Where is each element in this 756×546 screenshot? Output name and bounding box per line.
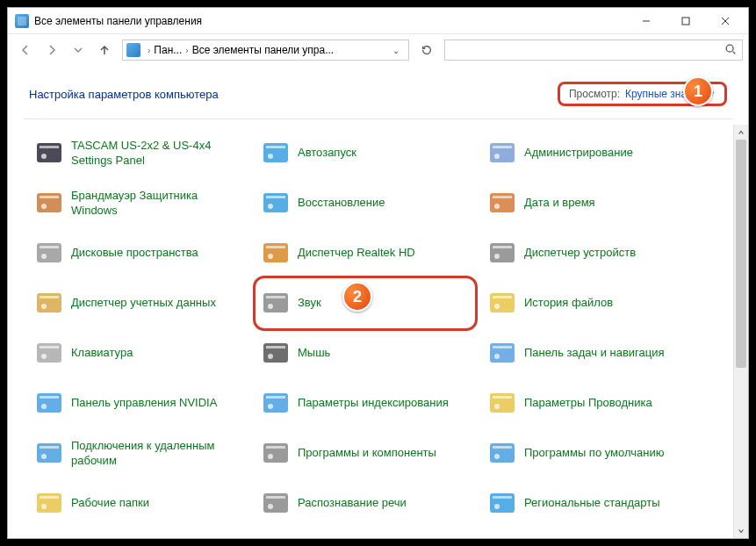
control-panel-item[interactable]: Резервное копирование и (29, 528, 248, 538)
minimize-button[interactable] (626, 9, 666, 33)
control-panel-item[interactable]: Брандмауэр Защитника Windows (29, 178, 248, 228)
control-panel-item[interactable]: Рабочие папки (29, 478, 248, 528)
item-icon (487, 289, 517, 319)
control-panel-item[interactable]: Дата и время (482, 178, 702, 228)
control-panel-window: Все элементы панели управления › Пан... … (7, 7, 749, 539)
svg-point-10 (494, 154, 500, 159)
svg-rect-48 (40, 396, 59, 399)
control-panel-item[interactable]: Восстановление (256, 178, 475, 228)
control-panel-item[interactable]: Свойства браузера (256, 528, 475, 538)
item-label: Панель задач и навигация (524, 346, 665, 360)
control-panel-item[interactable]: Региональные стандарты (482, 478, 702, 528)
control-panel-item[interactable]: Программы и компоненты (256, 428, 475, 478)
forward-button[interactable] (40, 38, 64, 62)
scroll-down-button[interactable] (734, 523, 748, 538)
svg-rect-42 (266, 346, 285, 348)
svg-point-25 (268, 254, 273, 259)
item-label: Дисковые пространства (71, 246, 198, 260)
item-icon (487, 439, 517, 469)
control-panel-item[interactable]: Распознавание речи (256, 478, 475, 528)
svg-rect-3 (40, 146, 59, 148)
callout-badge-1: 1 (683, 76, 713, 106)
item-icon (261, 189, 291, 219)
control-panel-item[interactable]: Параметры Проводника (482, 378, 702, 428)
control-panel-item[interactable]: Администрирование (482, 128, 702, 178)
control-panel-item[interactable]: История файлов (482, 278, 702, 328)
item-icon (487, 489, 517, 519)
item-label: Диспетчер Realtek HD (298, 246, 415, 260)
svg-point-31 (41, 304, 47, 309)
item-label: Рабочие папки (71, 496, 149, 510)
control-panel-item[interactable]: Подключения к удаленным рабочим (29, 428, 248, 478)
item-icon (487, 239, 517, 269)
item-label: Мышь (298, 346, 330, 360)
item-label: Клавиатура (71, 346, 133, 360)
refresh-button[interactable] (414, 40, 439, 61)
separator (24, 119, 732, 119)
item-label: Дата и время (524, 196, 595, 210)
svg-point-49 (41, 404, 47, 409)
item-icon (487, 389, 517, 419)
chevron-down-icon[interactable]: ⌄ (387, 46, 405, 55)
svg-point-52 (268, 404, 273, 409)
svg-rect-24 (266, 246, 285, 248)
item-icon (34, 439, 64, 469)
scroll-up-button[interactable] (734, 125, 748, 140)
item-label: Панель управления NVIDIA (71, 396, 217, 410)
svg-rect-39 (40, 346, 59, 348)
scroll-track[interactable] (734, 140, 748, 523)
control-panel-item[interactable]: Диспетчер Realtek HD (256, 228, 475, 278)
up-button[interactable] (92, 38, 117, 62)
svg-point-13 (41, 204, 47, 209)
breadcrumb-icon (126, 43, 140, 57)
breadcrumb-item[interactable]: Все элементы панели упра... (192, 44, 335, 56)
chevron-right-icon[interactable]: › (182, 46, 191, 55)
item-label: Программы по умолчанию (524, 446, 664, 460)
svg-rect-6 (266, 146, 285, 148)
item-label: Подключения к удаленным рабочим (71, 439, 238, 468)
item-icon (34, 489, 64, 519)
item-label: Диспетчер учетных данных (71, 296, 216, 310)
item-label: Параметры Проводника (524, 396, 652, 410)
control-panel-item[interactable]: Диспетчер устройств (482, 228, 702, 278)
control-panel-item[interactable]: Панель управления NVIDIA (29, 378, 248, 428)
breadcrumb-item[interactable]: Пан... (154, 44, 182, 56)
item-icon (261, 389, 291, 419)
search-input[interactable] (450, 44, 737, 56)
close-button[interactable] (705, 9, 745, 33)
svg-point-58 (41, 454, 47, 459)
item-icon (261, 289, 291, 319)
search-box[interactable] (444, 40, 743, 61)
control-panel-item[interactable]: Параметры индексирования (256, 378, 475, 428)
scroll-thumb[interactable] (736, 140, 746, 368)
control-panel-icon (15, 14, 29, 28)
control-panel-item[interactable]: Панель задач и навигация (482, 328, 702, 378)
item-icon (261, 339, 291, 369)
control-panel-item[interactable]: TASCAM US-2x2 & US-4x4 Settings Panel (29, 128, 248, 178)
item-icon (487, 139, 517, 169)
svg-rect-27 (493, 246, 512, 248)
control-panel-item[interactable]: Диспетчер учетных данных (29, 278, 248, 328)
control-panel-item[interactable]: Клавиатура (29, 328, 248, 378)
svg-rect-60 (266, 446, 285, 449)
control-panel-item[interactable]: Автозапуск (256, 128, 475, 178)
chevron-right-icon[interactable]: › (144, 46, 154, 55)
svg-rect-66 (40, 496, 59, 499)
window-title: Все элементы панели управления (34, 15, 202, 27)
maximize-button[interactable] (666, 9, 705, 33)
svg-point-1 (726, 45, 733, 52)
callout-badge-2: 2 (342, 282, 372, 312)
vertical-scrollbar[interactable] (733, 125, 748, 538)
control-panel-item[interactable]: Мышь (256, 328, 475, 378)
control-panel-item[interactable]: Система (482, 528, 702, 538)
back-button[interactable] (13, 38, 38, 62)
recent-dropdown[interactable] (66, 38, 90, 62)
item-icon (34, 239, 64, 269)
svg-point-16 (268, 204, 273, 209)
address-bar[interactable]: › Пан... › Все элементы панели упра... ⌄ (122, 40, 409, 61)
control-panel-item[interactable]: Дисковые пространства (29, 228, 248, 278)
control-panel-item[interactable]: Программы по умолчанию (482, 428, 702, 478)
svg-rect-18 (493, 196, 512, 198)
svg-rect-54 (493, 396, 512, 399)
search-icon[interactable] (724, 43, 737, 58)
